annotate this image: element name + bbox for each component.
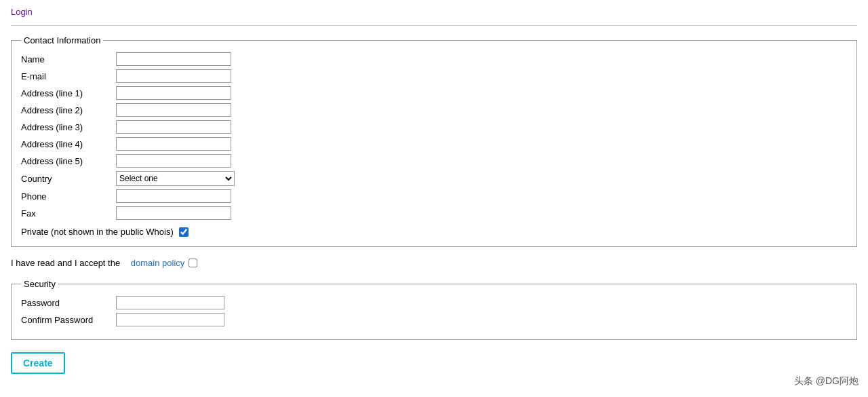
address1-input[interactable]	[116, 86, 231, 100]
address4-label: Address (line 4)	[21, 139, 116, 149]
country-select[interactable]: Select one	[116, 171, 235, 186]
login-link[interactable]: Login	[11, 7, 857, 17]
confirm-password-label: Confirm Password	[21, 315, 116, 325]
contact-information-fieldset: Contact Information Name E-mail Address …	[11, 35, 857, 247]
fax-row: Fax	[21, 206, 847, 220]
fax-input[interactable]	[116, 206, 231, 220]
confirm-password-row: Confirm Password	[21, 313, 847, 326]
security-fieldset: Security Password Confirm Password	[11, 279, 857, 340]
top-divider	[11, 25, 857, 26]
accept-row: I have read and I accept the domain poli…	[11, 258, 857, 268]
email-label: E-mail	[21, 71, 116, 81]
address1-row: Address (line 1)	[21, 86, 847, 100]
address3-row: Address (line 3)	[21, 120, 847, 134]
address5-input[interactable]	[116, 154, 231, 168]
name-input[interactable]	[116, 52, 231, 66]
private-label: Private (not shown in the public Whois)	[21, 227, 174, 237]
email-input[interactable]	[116, 69, 231, 83]
address5-row: Address (line 5)	[21, 154, 847, 168]
accept-prefix: I have read and I accept the	[11, 258, 120, 268]
security-legend: Security	[21, 279, 58, 289]
private-checkbox[interactable]	[179, 227, 189, 237]
address3-input[interactable]	[116, 120, 231, 134]
private-row: Private (not shown in the public Whois)	[21, 227, 847, 237]
contact-legend: Contact Information	[21, 35, 103, 45]
phone-label: Phone	[21, 191, 116, 202]
name-label: Name	[21, 54, 116, 64]
password-label: Password	[21, 298, 116, 308]
address1-label: Address (line 1)	[21, 88, 116, 98]
password-row: Password	[21, 296, 847, 309]
address4-input[interactable]	[116, 137, 231, 151]
name-row: Name	[21, 52, 847, 66]
country-label: Country	[21, 174, 116, 184]
email-row: E-mail	[21, 69, 847, 83]
address2-input[interactable]	[116, 103, 231, 117]
fax-label: Fax	[21, 208, 116, 219]
phone-input[interactable]	[116, 189, 231, 203]
create-button[interactable]: Create	[11, 352, 65, 374]
country-row: Country Select one	[21, 171, 847, 186]
phone-row: Phone	[21, 189, 847, 203]
address5-label: Address (line 5)	[21, 156, 116, 166]
address2-row: Address (line 2)	[21, 103, 847, 117]
address2-label: Address (line 2)	[21, 105, 116, 115]
domain-policy-link[interactable]: domain policy	[131, 258, 185, 268]
address3-label: Address (line 3)	[21, 122, 116, 132]
address4-row: Address (line 4)	[21, 137, 847, 151]
password-input[interactable]	[116, 296, 224, 309]
watermark: 头条 @DG阿炮	[794, 375, 859, 381]
confirm-password-input[interactable]	[116, 313, 224, 326]
accept-checkbox[interactable]	[189, 259, 197, 267]
